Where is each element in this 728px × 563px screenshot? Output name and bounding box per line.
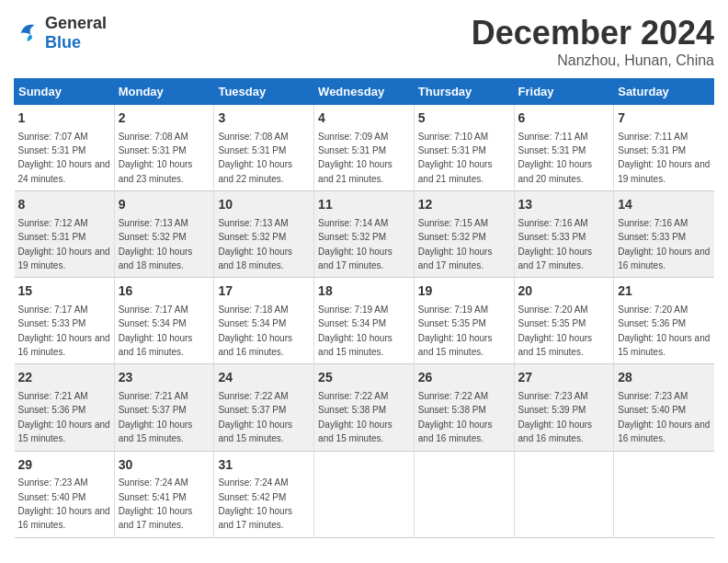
- day-header-thursday: Thursday: [414, 79, 514, 105]
- calendar-day-23: 23Sunrise: 7:21 AMSunset: 5:37 PMDayligh…: [114, 364, 214, 451]
- logo-icon: [14, 19, 41, 47]
- day-number: 10: [218, 196, 310, 214]
- calendar-week-2: 8Sunrise: 7:12 AMSunset: 5:31 PMDaylight…: [15, 191, 714, 278]
- day-info: Sunrise: 7:21 AMSunset: 5:36 PMDaylight:…: [18, 391, 110, 443]
- day-info: Sunrise: 7:24 AMSunset: 5:42 PMDaylight:…: [218, 477, 292, 530]
- calendar-day-8: 8Sunrise: 7:12 AMSunset: 5:31 PMDaylight…: [15, 191, 115, 278]
- calendar-day-empty: [514, 451, 614, 537]
- day-info: Sunrise: 7:15 AMSunset: 5:32 PMDaylight:…: [418, 218, 493, 270]
- day-info: Sunrise: 7:23 AMSunset: 5:39 PMDaylight:…: [518, 391, 593, 443]
- calendar-day-12: 12Sunrise: 7:15 AMSunset: 5:32 PMDayligh…: [414, 191, 514, 278]
- day-info: Sunrise: 7:22 AMSunset: 5:38 PMDaylight:…: [418, 391, 493, 443]
- day-number: 23: [119, 369, 210, 387]
- title-section: December 2024 Nanzhou, Hunan, China: [472, 14, 714, 69]
- calendar-day-15: 15Sunrise: 7:17 AMSunset: 5:33 PMDayligh…: [15, 278, 115, 364]
- calendar-day-7: 7Sunrise: 7:11 AMSunset: 5:31 PMDaylight…: [614, 105, 714, 191]
- calendar-day-9: 9Sunrise: 7:13 AMSunset: 5:32 PMDaylight…: [114, 191, 214, 278]
- calendar-day-24: 24Sunrise: 7:22 AMSunset: 5:37 PMDayligh…: [214, 364, 314, 451]
- day-info: Sunrise: 7:07 AMSunset: 5:31 PMDaylight:…: [18, 132, 110, 184]
- day-header-monday: Monday: [114, 79, 214, 105]
- day-number: 1: [18, 109, 110, 128]
- calendar-day-14: 14Sunrise: 7:16 AMSunset: 5:33 PMDayligh…: [614, 191, 714, 278]
- day-info: Sunrise: 7:22 AMSunset: 5:38 PMDaylight:…: [318, 391, 392, 443]
- day-number: 3: [218, 109, 310, 128]
- calendar-day-13: 13Sunrise: 7:16 AMSunset: 5:33 PMDayligh…: [514, 191, 614, 278]
- day-number: 14: [618, 196, 710, 214]
- calendar-day-26: 26Sunrise: 7:22 AMSunset: 5:38 PMDayligh…: [414, 364, 514, 451]
- calendar-day-10: 10Sunrise: 7:13 AMSunset: 5:32 PMDayligh…: [214, 191, 314, 278]
- day-number: 24: [218, 369, 310, 387]
- day-number: 6: [518, 109, 610, 128]
- day-info: Sunrise: 7:11 AMSunset: 5:31 PMDaylight:…: [518, 132, 593, 184]
- day-info: Sunrise: 7:19 AMSunset: 5:35 PMDaylight:…: [418, 304, 493, 357]
- calendar-week-5: 29Sunrise: 7:23 AMSunset: 5:40 PMDayligh…: [15, 451, 714, 537]
- calendar-day-25: 25Sunrise: 7:22 AMSunset: 5:38 PMDayligh…: [314, 364, 415, 451]
- day-info: Sunrise: 7:19 AMSunset: 5:34 PMDaylight:…: [318, 304, 392, 357]
- day-info: Sunrise: 7:16 AMSunset: 5:33 PMDaylight:…: [518, 218, 593, 270]
- calendar-day-20: 20Sunrise: 7:20 AMSunset: 5:35 PMDayligh…: [514, 278, 614, 364]
- day-info: Sunrise: 7:23 AMSunset: 5:40 PMDaylight:…: [18, 477, 110, 530]
- day-info: Sunrise: 7:16 AMSunset: 5:33 PMDaylight:…: [618, 218, 710, 270]
- day-info: Sunrise: 7:14 AMSunset: 5:32 PMDaylight:…: [318, 218, 392, 270]
- day-number: 26: [418, 369, 510, 387]
- day-header-tuesday: Tuesday: [214, 79, 314, 105]
- day-info: Sunrise: 7:09 AMSunset: 5:31 PMDaylight:…: [318, 132, 392, 184]
- day-number: 12: [418, 196, 510, 214]
- day-number: 25: [318, 369, 410, 387]
- day-info: Sunrise: 7:10 AMSunset: 5:31 PMDaylight:…: [418, 132, 493, 184]
- calendar-day-21: 21Sunrise: 7:20 AMSunset: 5:36 PMDayligh…: [614, 278, 714, 364]
- day-number: 20: [518, 282, 610, 301]
- day-info: Sunrise: 7:17 AMSunset: 5:34 PMDaylight:…: [119, 304, 193, 357]
- day-header-wednesday: Wednesday: [314, 79, 415, 105]
- calendar-day-2: 2Sunrise: 7:08 AMSunset: 5:31 PMDaylight…: [114, 105, 214, 191]
- day-info: Sunrise: 7:21 AMSunset: 5:37 PMDaylight:…: [119, 391, 193, 443]
- day-number: 22: [18, 369, 110, 387]
- day-info: Sunrise: 7:13 AMSunset: 5:32 PMDaylight:…: [218, 218, 292, 270]
- month-title: December 2024: [472, 14, 714, 52]
- day-number: 27: [518, 369, 610, 387]
- day-number: 15: [18, 282, 110, 301]
- location: Nanzhou, Hunan, China: [472, 52, 714, 69]
- calendar-table: SundayMondayTuesdayWednesdayThursdayFrid…: [14, 78, 714, 538]
- day-number: 18: [318, 282, 410, 301]
- day-number: 7: [618, 109, 710, 128]
- day-number: 29: [18, 456, 110, 475]
- day-header-sunday: Sunday: [15, 79, 115, 105]
- calendar-day-18: 18Sunrise: 7:19 AMSunset: 5:34 PMDayligh…: [314, 278, 415, 364]
- day-number: 16: [119, 282, 210, 301]
- calendar-day-empty: [614, 451, 714, 537]
- day-number: 8: [18, 196, 110, 214]
- calendar-day-empty: [414, 451, 514, 537]
- calendar-week-3: 15Sunrise: 7:17 AMSunset: 5:33 PMDayligh…: [15, 278, 714, 364]
- calendar-week-4: 22Sunrise: 7:21 AMSunset: 5:36 PMDayligh…: [15, 364, 714, 451]
- logo-text: General Blue: [45, 14, 107, 52]
- day-header-friday: Friday: [514, 79, 614, 105]
- day-info: Sunrise: 7:17 AMSunset: 5:33 PMDaylight:…: [18, 304, 110, 357]
- calendar-day-30: 30Sunrise: 7:24 AMSunset: 5:41 PMDayligh…: [114, 451, 214, 537]
- day-info: Sunrise: 7:18 AMSunset: 5:34 PMDaylight:…: [218, 304, 292, 357]
- calendar-day-19: 19Sunrise: 7:19 AMSunset: 5:35 PMDayligh…: [414, 278, 514, 364]
- day-header-saturday: Saturday: [614, 79, 714, 105]
- calendar-day-22: 22Sunrise: 7:21 AMSunset: 5:36 PMDayligh…: [15, 364, 115, 451]
- day-number: 19: [418, 282, 510, 301]
- day-number: 28: [618, 369, 710, 387]
- calendar-header-row: SundayMondayTuesdayWednesdayThursdayFrid…: [15, 79, 714, 105]
- day-number: 9: [119, 196, 210, 214]
- day-number: 5: [418, 109, 510, 128]
- day-number: 30: [119, 456, 210, 475]
- day-number: 13: [518, 196, 610, 214]
- day-info: Sunrise: 7:22 AMSunset: 5:37 PMDaylight:…: [218, 391, 292, 443]
- day-info: Sunrise: 7:24 AMSunset: 5:41 PMDaylight:…: [119, 477, 193, 530]
- calendar-day-17: 17Sunrise: 7:18 AMSunset: 5:34 PMDayligh…: [214, 278, 314, 364]
- calendar-day-5: 5Sunrise: 7:10 AMSunset: 5:31 PMDaylight…: [414, 105, 514, 191]
- day-info: Sunrise: 7:23 AMSunset: 5:40 PMDaylight:…: [618, 391, 710, 443]
- day-info: Sunrise: 7:12 AMSunset: 5:31 PMDaylight:…: [18, 218, 110, 270]
- calendar-day-16: 16Sunrise: 7:17 AMSunset: 5:34 PMDayligh…: [114, 278, 214, 364]
- calendar-day-11: 11Sunrise: 7:14 AMSunset: 5:32 PMDayligh…: [314, 191, 415, 278]
- day-number: 31: [218, 456, 310, 475]
- day-info: Sunrise: 7:08 AMSunset: 5:31 PMDaylight:…: [218, 132, 292, 184]
- page-header: General Blue December 2024 Nanzhou, Huna…: [14, 14, 714, 69]
- day-number: 17: [218, 282, 310, 301]
- logo: General Blue: [14, 14, 107, 52]
- calendar-day-28: 28Sunrise: 7:23 AMSunset: 5:40 PMDayligh…: [614, 364, 714, 451]
